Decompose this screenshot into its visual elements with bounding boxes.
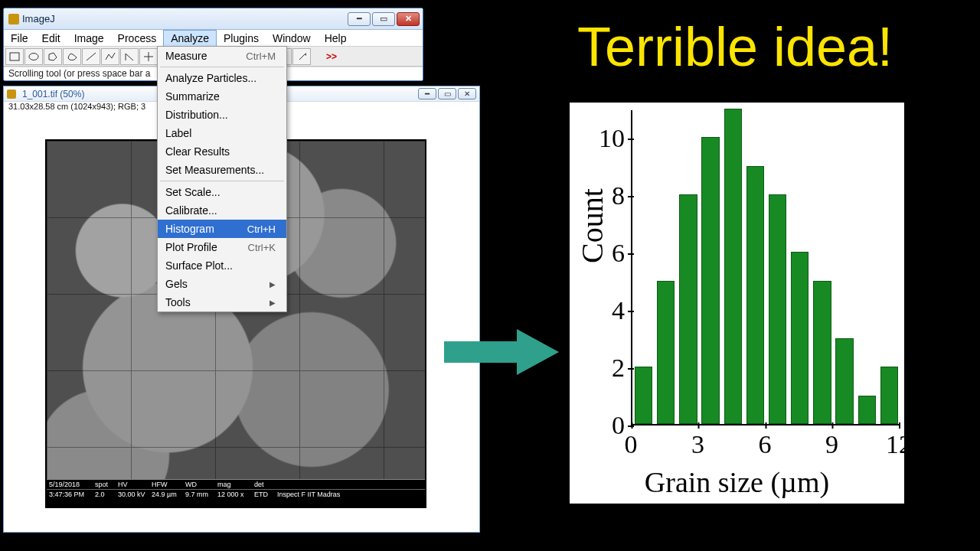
menu-item-calibrate[interactable]: Calibrate... — [158, 201, 286, 220]
tool-line[interactable] — [82, 48, 100, 65]
chart-bar — [746, 166, 764, 424]
close-button[interactable]: ✕ — [397, 12, 420, 26]
menu-item-histogram[interactable]: HistogramCtrl+H — [158, 220, 286, 238]
submenu-arrow-icon: ▶ — [270, 280, 276, 289]
sem-val-det: ETD — [254, 491, 276, 498]
menu-image[interactable]: Image — [67, 30, 111, 46]
minimize-button[interactable]: ━ — [348, 12, 371, 26]
chart-bar — [635, 367, 652, 424]
image-minimize-button[interactable]: ━ — [418, 88, 436, 99]
menu-item-label: Label — [165, 127, 191, 139]
menu-item-set-scale[interactable]: Set Scale... — [158, 183, 286, 201]
menu-window[interactable]: Window — [266, 30, 318, 46]
sem-hdr-date: 5/19/2018 — [49, 481, 93, 488]
image-close-button[interactable]: ✕ — [458, 88, 476, 99]
menu-item-shortcut: Ctrl+M — [246, 51, 276, 62]
tool-angle[interactable] — [120, 48, 139, 65]
menu-item-distribution[interactable]: Distribution... — [158, 106, 286, 124]
tool-point[interactable] — [139, 48, 158, 65]
menu-item-label: Distribution... — [165, 109, 228, 121]
submenu-arrow-icon: ▶ — [270, 298, 276, 307]
tool-oval-select[interactable] — [24, 48, 43, 65]
menu-item-label[interactable]: Label — [158, 124, 286, 142]
toolbar-more[interactable]: >> — [322, 48, 341, 65]
menu-edit[interactable]: Edit — [35, 30, 67, 46]
svg-line-16 — [299, 54, 305, 60]
chart-ytick: 2 — [588, 354, 625, 383]
sem-val-time: 3:47:36 PM — [49, 491, 93, 498]
tool-lut[interactable] — [292, 48, 311, 65]
sem-val-hv: 30.00 kV — [118, 491, 150, 498]
menu-file[interactable]: File — [4, 30, 35, 46]
sem-val-wd: 9.7 mm — [185, 491, 216, 498]
sem-info-values: 3:47:36 PM 2.0 30.00 kV 24.9 µm 9.7 mm 1… — [47, 490, 425, 499]
tool-rect-select[interactable] — [5, 48, 24, 65]
chart-ytick: 8 — [588, 181, 625, 210]
menu-analyze[interactable]: Analyze — [163, 30, 217, 46]
tool-freehand-select[interactable] — [63, 48, 81, 65]
chart-bar — [679, 194, 697, 424]
chart-bar — [791, 252, 808, 424]
menu-item-shortcut: Ctrl+H — [247, 223, 276, 235]
chart-bar — [813, 281, 831, 424]
menu-item-label: Plot Profile — [165, 241, 217, 253]
maximize-button[interactable]: ▭ — [372, 12, 395, 26]
slide-headline: Terrible idea! — [505, 15, 965, 78]
svg-point-1 — [29, 53, 38, 60]
menu-item-measure[interactable]: MeasureCtrl+M — [158, 47, 286, 65]
sem-val-inst: Inspect F IIT Madras — [277, 491, 423, 498]
menu-item-label: Set Measurements... — [165, 164, 264, 176]
chart-bar — [724, 109, 742, 424]
menu-item-label: Clear Results — [165, 145, 230, 158]
menu-help[interactable]: Help — [318, 30, 354, 46]
sem-val-spot: 2.0 — [95, 491, 116, 498]
sem-val-mag: 12 000 x — [217, 491, 253, 498]
svg-line-3 — [87, 53, 96, 60]
chart-xtick: 12 — [886, 430, 912, 459]
menu-item-clear-results[interactable]: Clear Results — [158, 142, 286, 161]
sem-hdr-det: det — [254, 481, 276, 488]
analyze-menu-dropdown: MeasureCtrl+MAnalyze Particles...Summari… — [157, 46, 287, 312]
tool-polygon-select[interactable] — [44, 48, 62, 65]
image-maximize-button[interactable]: ▭ — [438, 88, 456, 99]
chart-bar — [858, 396, 876, 424]
image-window-icon — [7, 90, 16, 99]
menu-item-label: Calibrate... — [165, 204, 217, 217]
chart-ytick: 6 — [588, 239, 625, 268]
chart-bar — [657, 281, 675, 424]
menubar: File Edit Image Process Analyze Plugins … — [4, 30, 423, 47]
menu-separator — [160, 67, 284, 67]
histogram-chart: Count Grain size (µm) 0246810036912 — [567, 99, 907, 507]
image-window-title: 1_001.tif (50%) — [22, 89, 84, 99]
toolbar-separator — [312, 48, 321, 65]
image-window-buttons: ━ ▭ ✕ — [418, 88, 476, 99]
menu-process[interactable]: Process — [111, 30, 164, 46]
tool-segmented-line[interactable] — [101, 48, 119, 65]
sem-val-hfw: 24.9 µm — [152, 491, 184, 498]
menu-item-tools[interactable]: Tools▶ — [158, 293, 286, 311]
sem-hdr-wd: WD — [185, 481, 216, 488]
chart-ytick: 4 — [588, 296, 625, 325]
chart-xtick: 9 — [825, 430, 838, 459]
menu-item-label: Histogram — [165, 223, 214, 235]
menu-item-surface-plot[interactable]: Surface Plot... — [158, 256, 286, 275]
menu-plugins[interactable]: Plugins — [217, 30, 266, 46]
menu-item-label: Summarize — [165, 90, 220, 103]
chart-xtick: 0 — [625, 430, 638, 459]
menu-item-plot-profile[interactable]: Plot ProfileCtrl+K — [158, 238, 286, 256]
menu-item-analyze-particles[interactable]: Analyze Particles... — [158, 69, 286, 87]
chart-bar — [701, 137, 719, 424]
menu-item-gels[interactable]: Gels▶ — [158, 275, 286, 293]
sem-info-bar: 5/19/2018 spot HV HFW WD mag det 3:47:36… — [47, 479, 425, 507]
chart-bar — [769, 194, 786, 424]
imagej-titlebar[interactable]: ImageJ ━ ▭ ✕ — [4, 8, 423, 30]
menu-item-label: Set Scale... — [165, 186, 220, 198]
chart-xtick: 6 — [759, 430, 772, 459]
chart-plot — [631, 110, 899, 425]
menu-item-shortcut: Ctrl+K — [248, 242, 276, 253]
menu-item-summarize[interactable]: Summarize — [158, 87, 286, 106]
menu-item-set-measurements[interactable]: Set Measurements... — [158, 161, 286, 179]
chart-ytick: 0 — [588, 411, 625, 440]
chart-bar — [835, 338, 853, 424]
menu-item-label: Gels — [165, 278, 188, 290]
